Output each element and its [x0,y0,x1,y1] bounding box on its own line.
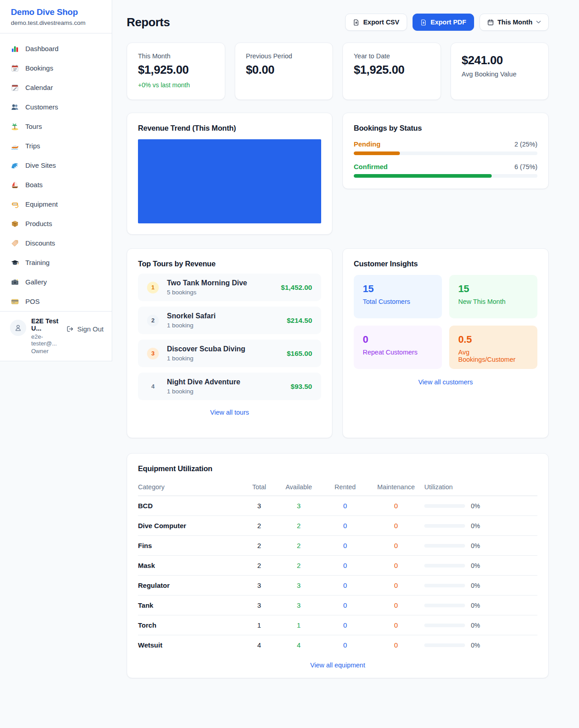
gallery-icon [11,278,19,286]
equipment-total: 2 [243,536,275,556]
stats-row: This Month $1,925.00 +0% vs last month P… [127,43,549,100]
sidebar-item-dive-sites[interactable]: Dive Sites [11,156,106,175]
sidebar-item-training[interactable]: Training [11,253,106,272]
status-progress-track [354,151,537,155]
sidebar-item-label: Dashboard [25,45,58,52]
sidebar-item-label: Discounts [25,239,55,247]
equipment-category: Fins [138,536,243,556]
sidebar-item-label: Boats [25,181,43,189]
view-all-customers-link[interactable]: View all customers [354,378,537,386]
sidebar: Demo Dive Shop demo.test.divestreams.com… [0,0,112,361]
sidebar-item-label: Training [25,259,50,266]
equipment-total: 3 [243,496,275,516]
view-all-equipment-link[interactable]: View all equipment [138,662,537,669]
sidebar-item-discounts[interactable]: Discounts [11,233,106,253]
equipment-available: 1 [275,615,323,635]
equipment-row-wetsuit: Wetsuit44000% [138,635,537,655]
customer-insights-card: Customer Insights 15Total Customers15New… [342,248,549,438]
tour-bookings: 5 bookings [167,289,275,296]
equipment-total: 3 [243,596,275,615]
user-box: E2E Test U... e2e-tester@... Owner Sign … [0,311,112,361]
tour-revenue: $214.50 [287,317,312,325]
equipment-category: Regulator [138,576,243,596]
column-header-utilization: Utilization [424,481,537,496]
equipment-available: 4 [275,635,323,655]
insight-tile-repeat-customers: 0Repeat Customers [354,326,442,369]
equipment-row-torch: Torch11000% [138,615,537,635]
revenue-trend-card: Revenue Trend (This Month) [127,113,332,235]
export-csv-button[interactable]: Export CSV [345,14,407,31]
equipment-rented: 0 [323,596,368,615]
bookings-icon: 17 [11,64,19,72]
equipment-row-tank: Tank33000% [138,596,537,615]
equipment-rented: 0 [323,516,368,536]
equipment-category: Wetsuit [138,635,243,655]
export-pdf-button[interactable]: Export PDF [413,14,474,31]
sidebar-item-pos[interactable]: POS [11,292,106,311]
sidebar-item-dashboard[interactable]: Dashboard [11,39,106,58]
insight-label: Repeat Customers [363,349,433,356]
sidebar-item-products[interactable]: Products [11,214,106,233]
sidebar-item-trips[interactable]: Trips [11,136,106,156]
stat-value: $1,925.00 [354,63,430,77]
training-icon [11,259,19,267]
sidebar-item-label: Products [25,220,52,227]
utilization-percent: 0% [471,622,480,629]
equipment-available: 3 [275,496,323,516]
equipment-rented: 0 [323,536,368,556]
brand-name: Demo Dive Shop [11,7,101,17]
equipment-maintenance: 0 [368,556,424,576]
sidebar-item-equipment[interactable]: Equipment [11,194,106,214]
stat-card-avg-booking-value: $241.00 Avg Booking Value [451,43,549,100]
equipment-category: Mask [138,556,243,576]
insight-label: Avg Bookings/Customer [458,349,528,363]
rank-badge: 1 [147,282,159,293]
tour-row-snorkel-safari: 2Snorkel Safari1 booking$214.50 [138,307,321,334]
stat-label: Year to Date [354,52,430,60]
insight-value: 15 [458,283,528,295]
equipment-rented: 0 [323,496,368,516]
sign-out-button[interactable]: Sign Out [66,325,104,333]
export-csv-label: Export CSV [363,19,399,26]
boats-icon [11,181,19,189]
equipment-maintenance: 0 [368,516,424,536]
sidebar-item-calendar[interactable]: Calendar [11,78,106,97]
sidebar-item-customers[interactable]: Customers [11,97,106,117]
sidebar-item-bookings[interactable]: 17Bookings [11,58,106,78]
sidebar-item-label: Calendar [25,84,53,91]
equipment-row-regulator: Regulator33000% [138,576,537,596]
sidebar-item-tours[interactable]: Tours [11,117,106,136]
avatar [10,320,26,336]
sidebar-item-label: Dive Sites [25,161,56,169]
utilization-percent: 0% [471,542,480,549]
equipment-rented: 0 [323,615,368,635]
sidebar-item-label: Equipment [25,200,58,208]
status-label: Pending [354,140,380,148]
tour-revenue: $165.00 [287,350,312,358]
status-progress-fill [354,151,400,155]
equipment-maintenance: 0 [368,596,424,615]
equipment-row-bcd: BCD33000% [138,496,537,516]
rank-badge: 3 [147,348,159,359]
dashboard-icon [11,45,19,53]
equipment-row-fins: Fins22000% [138,536,537,556]
tours-list: 1Two Tank Morning Dive5 bookings$1,452.0… [138,274,321,400]
sidebar-item-gallery[interactable]: Gallery [11,272,106,292]
period-dropdown[interactable]: This Month [479,14,549,31]
chevron-down-icon [536,20,541,24]
rank-badge: 4 [147,381,159,392]
equipment-category: Tank [138,596,243,615]
stat-value: $0.00 [246,63,322,77]
utilization-percent: 0% [471,602,480,609]
user-info: E2E Test U... e2e-tester@... Owner [31,317,62,355]
page-title: Reports [127,15,170,29]
equipment-maintenance: 0 [368,536,424,556]
status-label: Confirmed [354,163,388,170]
tour-revenue: $93.50 [291,383,312,391]
sign-out-label: Sign Out [77,325,104,333]
utilization-bar [424,564,465,567]
view-all-tours-link[interactable]: View all tours [138,409,321,416]
sidebar-item-boats[interactable]: Boats [11,175,106,194]
period-label: This Month [498,19,532,26]
discounts-icon [11,239,19,247]
